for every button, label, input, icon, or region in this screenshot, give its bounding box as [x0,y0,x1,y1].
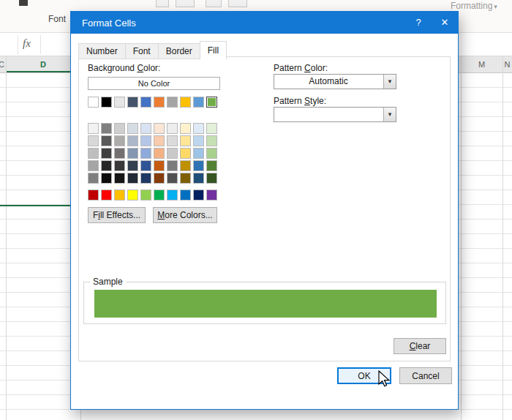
color-swatch[interactable] [180,135,191,146]
color-swatch[interactable] [193,135,204,146]
color-swatch[interactable] [167,148,178,159]
color-swatch[interactable] [88,160,99,171]
color-swatch[interactable] [193,173,204,184]
color-swatch[interactable] [88,97,99,108]
color-swatch[interactable] [180,97,191,108]
color-swatch[interactable] [154,173,165,184]
color-swatch[interactable] [193,190,204,200]
cancel-button[interactable]: Cancel [399,367,452,384]
color-swatch[interactable] [101,190,112,200]
color-swatch[interactable] [154,148,165,159]
color-swatch[interactable] [167,135,178,146]
pattern-style-label: Pattern Style: [274,96,326,106]
dialog-titlebar[interactable]: Format Cells ? ✕ [71,12,458,34]
color-swatch[interactable] [140,190,151,200]
more-colors-button[interactable]: More Colors... [153,207,217,223]
standard-color-row [88,190,217,200]
color-swatch[interactable] [180,173,191,184]
color-swatch[interactable] [88,173,99,184]
color-swatch[interactable] [127,173,138,184]
color-swatch[interactable] [193,123,204,134]
color-swatch[interactable] [101,148,112,159]
color-swatch[interactable] [167,190,178,200]
clear-button[interactable]: Clear [394,338,446,354]
color-swatch[interactable] [127,123,138,134]
color-swatch[interactable] [180,160,191,171]
color-swatch[interactable] [154,160,165,171]
color-swatch[interactable] [154,135,165,146]
pattern-color-select[interactable]: Automatic ▾ [274,74,396,89]
conditional-formatting-button[interactable]: Formatting▾ [451,1,497,11]
color-swatch[interactable] [180,190,191,200]
color-swatch[interactable] [127,148,138,159]
ribbon-icon[interactable] [19,0,28,6]
close-icon[interactable]: ✕ [432,12,458,34]
color-swatch[interactable] [101,135,112,146]
color-swatch[interactable] [114,173,125,184]
color-swatch[interactable] [88,123,99,134]
color-swatch[interactable] [101,173,112,184]
help-button[interactable]: ? [405,12,432,34]
color-swatch[interactable] [140,97,151,108]
chevron-down-icon[interactable]: ▾ [383,75,396,89]
color-swatch[interactable] [127,190,138,200]
color-swatch[interactable] [101,160,112,171]
color-swatch[interactable] [88,190,99,200]
color-swatch[interactable] [206,135,217,146]
column-header-d[interactable]: D [6,56,80,72]
column-header-m[interactable]: M [461,56,502,72]
column-header-n[interactable]: N [502,56,512,72]
color-swatch[interactable] [140,148,151,159]
chevron-down-icon[interactable]: ▾ [383,108,396,121]
color-swatch[interactable] [114,148,125,159]
color-swatch[interactable] [140,135,151,146]
color-swatch[interactable] [167,123,178,134]
color-swatch[interactable] [206,148,217,159]
fill-effects-button[interactable]: Fill Effects... [88,207,146,223]
tab-fill[interactable]: Fill [200,41,227,59]
ribbon-icon[interactable] [156,0,169,7]
color-swatch[interactable] [114,97,125,108]
color-swatch[interactable] [154,123,165,134]
ribbon-icon[interactable] [228,0,247,7]
color-swatch[interactable] [154,190,165,200]
color-swatch[interactable] [114,190,125,200]
ribbon-icon[interactable] [206,0,222,7]
color-swatch[interactable] [114,135,125,146]
color-swatch[interactable] [206,123,217,134]
color-swatch[interactable] [180,148,191,159]
color-swatch[interactable] [154,97,165,108]
pattern-color-value: Automatic [274,75,383,89]
color-swatch[interactable] [167,173,178,184]
tab-border[interactable]: Border [158,43,200,59]
color-swatch[interactable] [114,160,125,171]
tab-font[interactable]: Font [125,43,159,59]
pattern-style-select[interactable]: ▾ [274,107,396,122]
insert-function-icon[interactable]: fx [23,37,31,50]
color-swatch[interactable] [101,123,112,134]
color-swatch[interactable] [88,135,99,146]
color-swatch[interactable] [167,160,178,171]
color-swatch[interactable] [127,135,138,146]
no-color-button[interactable]: No Color [88,77,220,90]
color-swatch[interactable] [101,97,112,108]
color-swatch[interactable] [206,190,217,200]
color-swatch[interactable] [206,173,217,184]
color-swatch[interactable] [206,160,217,171]
column-header-c[interactable]: C [0,56,6,72]
color-swatch[interactable] [127,160,138,171]
color-swatch[interactable] [193,148,204,159]
color-swatch[interactable] [114,123,125,134]
color-swatch[interactable] [206,97,217,108]
ribbon-icon[interactable] [176,0,195,7]
tab-number[interactable]: Number [78,43,126,59]
color-swatch[interactable] [193,97,204,108]
color-swatch[interactable] [140,160,151,171]
color-swatch[interactable] [193,160,204,171]
color-swatch[interactable] [180,123,191,134]
color-swatch[interactable] [88,148,99,159]
color-swatch[interactable] [167,97,178,108]
color-swatch[interactable] [140,173,151,184]
color-swatch[interactable] [127,97,138,108]
color-swatch[interactable] [140,123,151,134]
